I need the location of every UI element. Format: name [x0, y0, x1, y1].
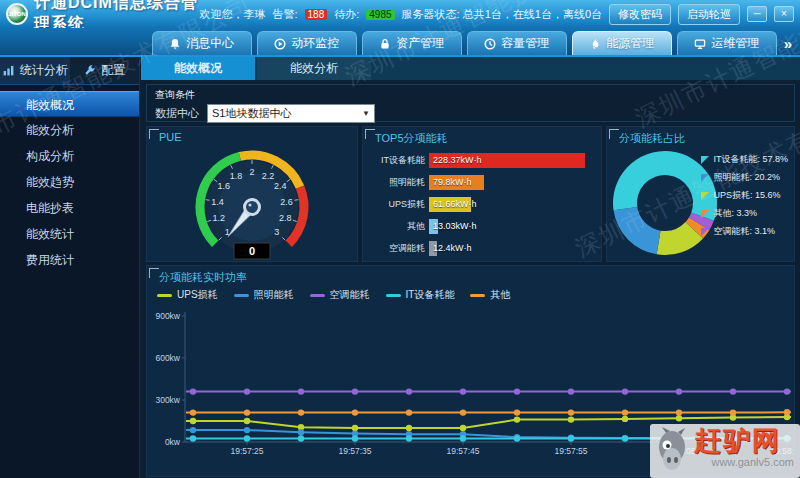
line-legend-marker	[310, 294, 325, 297]
nav-tab-label: 容量管理	[501, 35, 549, 52]
bar-value-label: 13.03kW·h	[433, 221, 477, 231]
corner-bracket	[609, 129, 619, 139]
svg-text:2.8: 2.8	[279, 213, 292, 223]
sidebar-tab-label: 统计分析	[20, 62, 68, 79]
bar-value-label: 228.37kW·h	[433, 155, 482, 165]
computer-icon	[694, 38, 706, 50]
svg-text:2.4: 2.4	[274, 181, 287, 191]
top5-bar-row: IT设备耗能228.37kW·h	[367, 149, 595, 171]
svg-text:900kw: 900kw	[155, 311, 180, 321]
svg-text:1.8: 1.8	[230, 171, 243, 181]
svg-text:19:57:55: 19:57:55	[554, 446, 587, 456]
bar-value-label: 12.4kW·h	[433, 243, 472, 253]
minimize-button[interactable]: ─	[747, 6, 767, 22]
pie-legend-marker	[701, 210, 709, 218]
sidebar-item-3[interactable]: 构成分析	[0, 143, 139, 169]
query-section-label: 查询条件	[155, 88, 786, 102]
site-watermark-url: www.ganlv5.com	[694, 456, 794, 468]
bar-category-label: UPS损耗	[367, 198, 429, 211]
sidebar-item-2[interactable]: 能效分析	[0, 117, 139, 143]
line-legend-marker	[386, 294, 401, 297]
line-legend-item[interactable]: UPS损耗	[157, 288, 218, 302]
stats-icon	[2, 64, 15, 77]
pue-gauge-chart: 11.21.41.61.822.22.42.62.830	[147, 143, 357, 261]
pie-legend-marker	[701, 174, 709, 182]
pie-legend-label: 其他: 3.3%	[713, 207, 757, 220]
svg-text:1.4: 1.4	[211, 197, 224, 207]
tab-energy-overview[interactable]: 能效概况	[141, 57, 255, 80]
start-patrol-button[interactable]: 启动轮巡	[678, 4, 740, 25]
svg-text:300kw: 300kw	[155, 395, 180, 405]
pie-legend-item[interactable]: 照明能耗: 20.2%	[701, 171, 788, 184]
datacenter-select-value: S1地块数据中心	[212, 106, 362, 121]
sidebar-tab-statistics[interactable]: 统计分析	[0, 57, 70, 84]
nav-tab-2[interactable]: 动环监控	[257, 31, 357, 55]
line-legend-marker	[157, 294, 172, 297]
wrench-icon	[83, 64, 96, 77]
tab-energy-analysis[interactable]: 能效分析	[257, 57, 371, 80]
app-window: JITON 计通DCIM信息综合管理系统 欢迎您，李琳 告警: 188 待办: …	[0, 0, 800, 478]
alarm-count-badge[interactable]: 188	[305, 9, 328, 20]
close-button[interactable]: ×	[774, 6, 794, 22]
wrench-icon	[83, 64, 96, 77]
alarm-label: 告警:	[272, 7, 297, 22]
bar-category-label: 空调能耗	[367, 242, 429, 255]
pue-panel: PUE 11.21.41.61.822.22.42.62.830	[146, 126, 358, 262]
line-legend-label: 其他	[490, 288, 510, 302]
clock-icon	[484, 38, 496, 50]
sidebar-item-5[interactable]: 电能抄表	[0, 195, 139, 221]
sidebar-tab-label: 配置	[101, 62, 125, 79]
nav-tab-1[interactable]: 消息中心	[152, 31, 252, 55]
donkey-logo-icon	[652, 427, 692, 475]
top5-bar-row: 其他13.03kW·h	[367, 215, 595, 237]
nav-tab-4[interactable]: 容量管理	[467, 31, 567, 55]
pie-legend-item[interactable]: 空调能耗: 3.1%	[701, 225, 788, 238]
pie-legend-item[interactable]: 其他: 3.3%	[701, 207, 788, 220]
svg-text:2.6: 2.6	[280, 197, 293, 207]
pue-panel-title: PUE	[159, 131, 182, 143]
pie-legend-item[interactable]: UPS损耗: 15.6%	[701, 189, 788, 202]
todo-count-badge[interactable]: 4985	[366, 9, 394, 20]
bar-category-label: 其他	[367, 220, 429, 233]
jiton-logo-icon: JITON	[6, 3, 28, 25]
line-legend-item[interactable]: 其他	[470, 288, 510, 302]
pie-legend-item[interactable]: IT设备耗能: 57.8%	[701, 153, 788, 166]
pie-legend-label: IT设备耗能: 57.8%	[713, 153, 788, 166]
nav-tab-3[interactable]: 资产管理	[362, 31, 462, 55]
top5-bar-row: UPS损耗61.66kW·h	[367, 193, 595, 215]
monitor-play-icon	[274, 38, 286, 50]
top5-bar-row: 照明能耗79.8kW·h	[367, 171, 595, 193]
sidebar-item-1[interactable]: 能效概况	[0, 91, 139, 117]
change-password-button[interactable]: 修改密码	[609, 4, 671, 25]
nav-more-button[interactable]: »	[782, 35, 796, 55]
line-legend-item[interactable]: 空调能耗	[310, 288, 370, 302]
svg-text:0kw: 0kw	[165, 437, 181, 447]
svg-text:3: 3	[274, 227, 279, 237]
stats-icon	[2, 64, 15, 77]
query-section: 查询条件 数据中心 S1地块数据中心 ▼	[146, 84, 795, 122]
corner-bracket	[149, 268, 159, 278]
content-tab-bar: 能效概况 能效分析	[141, 57, 800, 80]
todo-label: 待办:	[334, 7, 359, 22]
line-legend-marker	[470, 294, 485, 297]
line-legend-label: IT设备耗能	[406, 288, 455, 302]
svg-text:19:57:35: 19:57:35	[338, 446, 371, 456]
sidebar-item-6[interactable]: 能效统计	[0, 221, 139, 247]
lock-icon	[379, 38, 391, 50]
pie-legend-marker	[701, 228, 709, 236]
sidebar-tab-config[interactable]: 配置	[70, 57, 140, 84]
pie-legend-label: 照明能耗: 20.2%	[713, 171, 780, 184]
sidebar-item-4[interactable]: 能效趋势	[0, 169, 139, 195]
bar-value-label: 61.66kW·h	[433, 199, 477, 209]
main-nav-bar: 消息中心动环监控资产管理容量管理能源管理运维管理 »	[0, 28, 800, 57]
top5-bar-row: 空调能耗12.4kW·h	[367, 237, 595, 259]
line-legend-item[interactable]: IT设备耗能	[386, 288, 455, 302]
sidebar-item-7[interactable]: 费用统计	[0, 247, 139, 273]
pie-legend-label: UPS损耗: 15.6%	[713, 189, 780, 202]
flame-icon	[589, 38, 601, 50]
realtime-panel-title: 分项能耗实时功率	[159, 270, 247, 285]
nav-tab-6[interactable]: 运维管理	[677, 31, 777, 55]
datacenter-select[interactable]: S1地块数据中心 ▼	[207, 104, 375, 123]
nav-tab-5[interactable]: 能源管理	[572, 31, 672, 55]
line-legend-item[interactable]: 照明能耗	[234, 288, 294, 302]
